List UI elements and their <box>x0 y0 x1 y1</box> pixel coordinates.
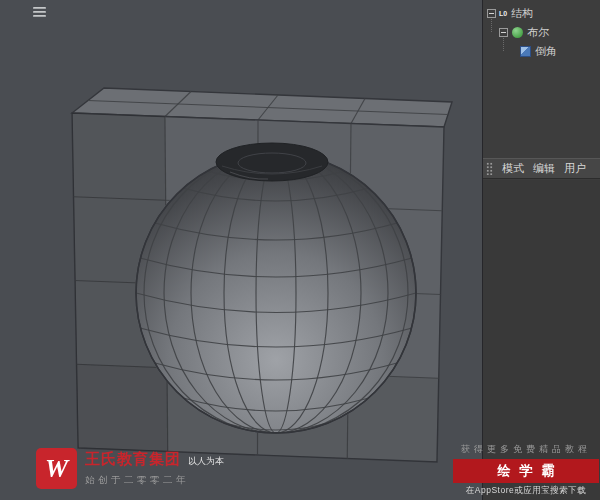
tab-mode[interactable]: 模式 <box>502 161 524 176</box>
expand-icon[interactable] <box>499 28 508 37</box>
tab-user[interactable]: 用户 <box>564 161 586 176</box>
company-name: 王氏教育集团 <box>85 450 181 469</box>
top-opening <box>216 143 328 181</box>
logo-letter: W <box>45 456 68 482</box>
tree-item-label: 倒角 <box>535 44 557 59</box>
tree-item-boolean[interactable]: 布尔 <box>483 23 600 42</box>
viewport-3d[interactable] <box>0 0 482 500</box>
company-logo: W <box>36 448 77 489</box>
dock-grip-icon[interactable] <box>486 162 493 175</box>
branding-text: 王氏教育集团 以人为本 始创于二零零二年 <box>85 450 224 487</box>
tree-item-label: 布尔 <box>527 25 549 40</box>
viewport-menu-icon[interactable] <box>33 7 46 17</box>
right-panel: L0 结构 布尔 倒角 模式 编辑 用户 获得更多免费精品教程 绘学霸 在App… <box>482 0 600 500</box>
company-founded: 始创于二零零二年 <box>85 474 224 487</box>
app-window: L0 结构 布尔 倒角 模式 编辑 用户 获得更多免费精品教程 绘学霸 在App… <box>0 0 600 500</box>
bevel-cube-blue-icon <box>520 46 531 57</box>
promo-text: 获得更多免费精品教程 <box>453 443 599 456</box>
company-slogan: 以人为本 <box>188 455 224 468</box>
boolean-sphere-green-icon <box>512 27 523 38</box>
object-manager-title: 结构 <box>511 6 533 21</box>
branding-overlay: W 王氏教育集团 以人为本 始创于二零零二年 <box>36 448 224 489</box>
dock-tab-bar: 模式 编辑 用户 <box>483 158 600 179</box>
object-manager: L0 结构 布尔 倒角 <box>483 0 600 158</box>
tab-edit[interactable]: 编辑 <box>533 161 555 176</box>
promo-overlay: 获得更多免费精品教程 绘学霸 在AppStore或应用宝搜索下载 <box>453 443 599 497</box>
tree-item-bevel[interactable]: 倒角 <box>483 42 600 61</box>
collapse-icon[interactable] <box>487 9 496 18</box>
promo-app-badge: 绘学霸 <box>453 459 599 483</box>
layer-badge-icon: L0 <box>499 10 507 17</box>
object-manager-header: L0 结构 <box>483 4 600 23</box>
promo-text-2: 在AppStore或应用宝搜索下载 <box>453 485 599 497</box>
